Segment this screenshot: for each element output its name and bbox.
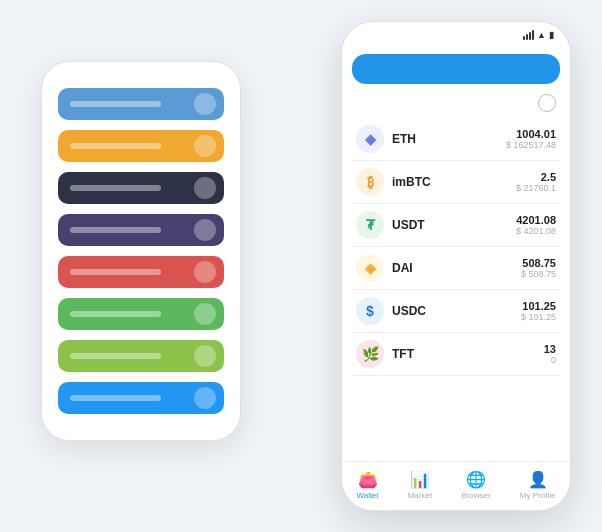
asset-main-amount: 508.75 (521, 257, 556, 269)
asset-main-amount: 4201.08 (516, 214, 556, 226)
bg-card-card-green[interactable] (58, 298, 224, 330)
asset-name-imbtc: imBTC (392, 175, 508, 189)
asset-row[interactable]: ◈DAI508.75$ 508.75 (352, 247, 560, 290)
asset-amounts-tft: 130 (544, 343, 556, 365)
usdt-icon: ₮ (356, 211, 384, 239)
asset-usd-amount: $ 162517.48 (506, 140, 556, 150)
asset-main-amount: 13 (544, 343, 556, 355)
bottom-nav: 👛Wallet📊Market🌐Browser👤My Profile (342, 461, 570, 510)
asset-main-amount: 2.5 (516, 171, 556, 183)
bg-card-card-dark[interactable] (58, 172, 224, 204)
asset-row[interactable]: ₿imBTC2.5$ 21760.1 (352, 161, 560, 204)
asset-usd-amount: $ 21760.1 (516, 183, 556, 193)
battery-icon: ▮ (549, 30, 554, 40)
asset-usd-amount: $ 101.25 (521, 312, 556, 322)
asset-amounts-imbtc: 2.5$ 21760.1 (516, 171, 556, 193)
asset-name-tft: TFT (392, 347, 536, 361)
nav-browser-icon: 🌐 (466, 470, 486, 489)
signal-icon (523, 30, 534, 40)
asset-amounts-eth: 1004.01$ 162517.48 (506, 128, 556, 150)
asset-amounts-usdc: 101.25$ 101.25 (521, 300, 556, 322)
bg-card-card-purple[interactable] (58, 214, 224, 246)
dai-icon: ◈ (356, 254, 384, 282)
asset-main-amount: 101.25 (521, 300, 556, 312)
nav-market-icon: 📊 (410, 470, 430, 489)
wifi-icon: ▲ (537, 30, 546, 40)
imbtc-icon: ₿ (356, 168, 384, 196)
assets-header (342, 94, 570, 118)
asset-main-amount: 1004.01 (506, 128, 556, 140)
asset-row[interactable]: 🌿TFT130 (352, 333, 560, 376)
nav-market-label: Market (408, 491, 432, 500)
app-scene: ▲ ▮ (21, 21, 581, 511)
usdc-icon: $ (356, 297, 384, 325)
nav-browser-label: Browser (461, 491, 490, 500)
nav-profile-label: My Profile (520, 491, 556, 500)
asset-name-usdc: USDC (392, 304, 513, 318)
bg-card-card-blue[interactable] (58, 88, 224, 120)
tft-icon: 🌿 (356, 340, 384, 368)
nav-item-market[interactable]: 📊Market (408, 470, 432, 500)
nav-wallet-label: Wallet (357, 491, 379, 500)
asset-name-usdt: USDT (392, 218, 508, 232)
bg-card-card-red[interactable] (58, 256, 224, 288)
eth-icon: ◆ (356, 125, 384, 153)
asset-usd-amount: $ 4201.08 (516, 226, 556, 236)
status-icons: ▲ ▮ (523, 30, 554, 40)
foreground-phone: ▲ ▮ (341, 21, 571, 511)
background-phone (41, 61, 241, 441)
nav-item-profile[interactable]: 👤My Profile (520, 470, 556, 500)
nav-profile-icon: 👤 (528, 470, 548, 489)
bg-card-card-orange[interactable] (58, 130, 224, 162)
asset-amounts-dai: 508.75$ 508.75 (521, 257, 556, 279)
asset-row[interactable]: ₮USDT4201.08$ 4201.08 (352, 204, 560, 247)
nav-item-browser[interactable]: 🌐Browser (461, 470, 490, 500)
phone-header (342, 44, 570, 54)
asset-amounts-usdt: 4201.08$ 4201.08 (516, 214, 556, 236)
asset-usd-amount: 0 (544, 355, 556, 365)
asset-list: ◆ETH1004.01$ 162517.48₿imBTC2.5$ 21760.1… (342, 118, 570, 461)
wallet-card[interactable] (352, 54, 560, 84)
bg-card-card-lime[interactable] (58, 340, 224, 372)
bg-card-card-blue2[interactable] (58, 382, 224, 414)
status-bar: ▲ ▮ (342, 22, 570, 44)
asset-usd-amount: $ 508.75 (521, 269, 556, 279)
asset-name-dai: DAI (392, 261, 513, 275)
asset-row[interactable]: ◆ETH1004.01$ 162517.48 (352, 118, 560, 161)
nav-wallet-icon: 👛 (358, 470, 378, 489)
asset-row[interactable]: $USDC101.25$ 101.25 (352, 290, 560, 333)
add-asset-button[interactable] (538, 94, 556, 112)
nav-item-wallet[interactable]: 👛Wallet (357, 470, 379, 500)
asset-name-eth: ETH (392, 132, 498, 146)
